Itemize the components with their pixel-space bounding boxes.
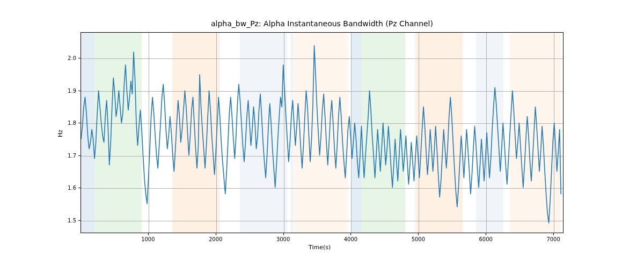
- alpha-bw-line: [81, 46, 561, 223]
- y-tick-label: 1.9: [55, 87, 76, 93]
- x-tick-mark: [350, 233, 351, 235]
- x-tick-mark: [418, 233, 419, 235]
- x-tick-label: 5000: [412, 236, 425, 242]
- x-tick-mark: [216, 233, 216, 235]
- line-series: [81, 33, 563, 233]
- x-tick-mark: [283, 233, 284, 235]
- y-axis-label: Hz: [57, 130, 64, 137]
- x-tick-label: 3000: [276, 236, 290, 242]
- y-tick-mark: [78, 155, 80, 156]
- x-tick-mark: [553, 233, 554, 235]
- x-tick-label: 7000: [546, 236, 560, 242]
- y-tick-mark: [78, 58, 80, 58]
- x-tick-mark: [486, 233, 486, 235]
- chart-title: alpha_bw_Pz: Alpha Instantaneous Bandwid…: [0, 19, 644, 28]
- y-tick-mark: [78, 123, 80, 123]
- y-tick-label: 1.5: [55, 217, 76, 223]
- x-axis-label: Time(s): [309, 244, 331, 251]
- y-tick-label: 1.6: [55, 185, 76, 191]
- figure: alpha_bw_Pz: Alpha Instantaneous Bandwid…: [0, 0, 644, 268]
- x-tick-label: 2000: [209, 236, 222, 242]
- plot-area: [80, 32, 564, 233]
- y-tick-label: 1.8: [55, 120, 76, 126]
- y-tick-label: 2.0: [55, 55, 76, 61]
- y-tick-mark: [78, 220, 80, 221]
- y-tick-mark: [78, 91, 80, 91]
- y-tick-mark: [78, 188, 80, 188]
- x-tick-mark: [148, 233, 149, 235]
- x-tick-label: 4000: [344, 236, 357, 242]
- x-tick-label: 6000: [479, 236, 493, 242]
- x-tick-label: 1000: [141, 236, 155, 242]
- y-tick-label: 1.7: [55, 152, 76, 158]
